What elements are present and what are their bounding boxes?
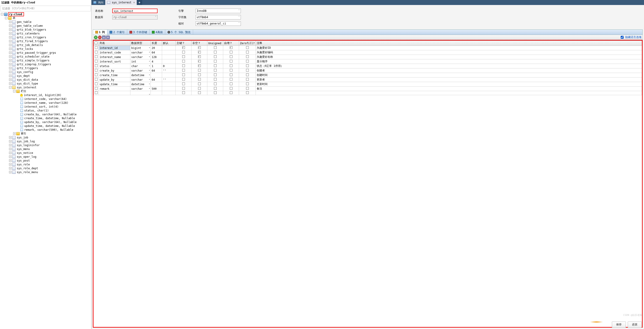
checkbox[interactable] <box>182 83 185 85</box>
checkbox[interactable] <box>198 46 201 49</box>
checkbox[interactable] <box>182 60 185 63</box>
col-header[interactable]: 自增？ <box>223 41 239 46</box>
tree-table[interactable]: +gen_table <box>0 20 91 24</box>
tree-table[interactable]: +qrtz_scheduler_state <box>0 55 91 59</box>
expander-icon[interactable]: + <box>9 136 12 139</box>
checkbox[interactable] <box>95 73 98 76</box>
checkbox[interactable] <box>198 51 201 54</box>
cell-type[interactable]: datetime <box>130 82 151 87</box>
checkbox[interactable] <box>95 69 98 72</box>
subtab-sql[interactable]: 5 个 SQL 预览 <box>165 30 193 35</box>
checkbox[interactable] <box>214 69 217 72</box>
input-table-name[interactable]: sys_interest <box>112 9 158 13</box>
checkbox[interactable] <box>182 51 185 54</box>
checkbox[interactable] <box>246 46 249 49</box>
cell-default[interactable] <box>162 73 176 78</box>
expander-icon[interactable]: + <box>9 167 12 169</box>
cell-length[interactable]: 64 <box>151 78 162 82</box>
expander-icon[interactable]: + <box>9 82 12 85</box>
cell-name[interactable]: interest_name <box>99 55 130 59</box>
tree-db[interactable]: −ry-cloud <box>0 12 91 16</box>
tree-column[interactable]: interest_name, varchar(128) <box>0 101 91 105</box>
checkbox[interactable] <box>230 83 232 85</box>
table-row[interactable]: create_timedatetime创建时间 <box>94 73 642 78</box>
cell-name[interactable]: interest_code <box>99 50 130 55</box>
close-icon[interactable]: × <box>133 1 135 4</box>
subtab-foreignkeys[interactable]: 3 个外部键 <box>127 30 150 35</box>
checkbox[interactable] <box>95 51 98 54</box>
checkbox[interactable] <box>182 69 185 72</box>
checkbox[interactable] <box>214 64 217 67</box>
tree-table[interactable]: +sys_notice <box>0 151 91 155</box>
cell-length[interactable] <box>151 73 162 78</box>
hide-lang-checkbox[interactable] <box>621 36 624 39</box>
tree-table[interactable]: +qrtz_job_details <box>0 43 91 47</box>
checkbox[interactable] <box>95 83 98 85</box>
tab-query[interactable]: 询问 <box>92 0 105 5</box>
tree-table[interactable]: +sys_job_log <box>0 139 91 143</box>
col-header[interactable]: 数据类型 <box>130 41 151 46</box>
tab-table[interactable]: sys_interest × <box>105 0 137 5</box>
cell-default[interactable] <box>162 50 176 55</box>
cell-length[interactable]: 1 <box>151 64 162 69</box>
checkbox[interactable] <box>246 78 249 81</box>
tab-new[interactable]: + <box>137 0 142 5</box>
col-header[interactable]: 注释 <box>256 41 642 46</box>
tree-column[interactable]: update_by, varchar(64), Nullable <box>0 120 91 124</box>
checkbox[interactable] <box>198 64 201 67</box>
expander-icon[interactable]: − <box>5 17 8 19</box>
cell-comment[interactable]: 状态（0正常 1停用） <box>256 64 642 69</box>
checkbox[interactable] <box>95 91 98 94</box>
cell-default[interactable] <box>162 46 176 50</box>
tree-table[interactable]: +qrtz_cron_triggers <box>0 35 91 39</box>
cell-name[interactable]: interest_id <box>99 46 130 50</box>
table-row[interactable]: interest_codevarchar64兴趣爱好编码 <box>94 50 642 55</box>
cell-length[interactable]: 128 <box>151 55 162 59</box>
tree-table[interactable]: +sys_job <box>0 136 91 139</box>
checkbox[interactable] <box>230 51 232 54</box>
cell-length[interactable]: 64 <box>151 50 162 55</box>
cell-name[interactable]: create_by <box>99 69 130 73</box>
tree-table[interactable]: +sys_role_dept <box>0 166 91 170</box>
cell-default[interactable]: '' <box>162 69 176 73</box>
cell-comment[interactable]: 显示顺序 <box>256 59 642 64</box>
tree-table[interactable]: +qrtz_locks <box>0 47 91 51</box>
tree-column[interactable]: status, char(1) <box>0 109 91 112</box>
table-row[interactable]: interest_namevarchar128兴趣爱好名称 <box>94 55 642 59</box>
expander-icon[interactable]: + <box>9 36 12 39</box>
cell-type[interactable]: varchar <box>130 78 151 82</box>
checkbox[interactable] <box>198 91 201 94</box>
tree-columns-folder[interactable]: −栏位 <box>0 89 91 93</box>
tree-table[interactable]: +sys_post <box>0 159 91 162</box>
expander-icon[interactable]: + <box>9 155 12 158</box>
table-row[interactable]: create_byvarchar64''创建者 <box>94 69 642 73</box>
checkbox[interactable] <box>182 87 185 90</box>
revert-button[interactable]: 还原 <box>628 321 642 328</box>
tree-column[interactable]: create_by, varchar(64), Nullable <box>0 112 91 116</box>
expander-icon[interactable]: + <box>9 44 12 46</box>
tree-table[interactable]: +qrtz_paused_trigger_grps <box>0 51 91 55</box>
expander-icon[interactable]: + <box>9 32 12 35</box>
tree-table[interactable]: +sys_dict_data <box>0 78 91 82</box>
tree-column[interactable]: update_time, datetime, Nullable <box>0 124 91 128</box>
checkbox[interactable] <box>198 83 201 85</box>
expander-icon[interactable]: + <box>9 67 12 69</box>
expander-icon[interactable]: + <box>9 59 12 62</box>
checkbox[interactable] <box>246 60 249 63</box>
col-header[interactable]: 非空？ <box>192 41 207 46</box>
tree-tables-folder[interactable]: −表 <box>0 16 91 20</box>
checkbox[interactable] <box>182 64 185 67</box>
checkbox[interactable] <box>246 64 249 67</box>
tree-table[interactable]: +gen_table_column <box>0 24 91 28</box>
table-row[interactable]: interest_sortint4显示顺序 <box>94 59 642 64</box>
move-down-button[interactable]: ▼ <box>106 36 110 39</box>
tree-table[interactable]: +sys_dept <box>0 74 91 78</box>
checkbox[interactable] <box>246 73 249 76</box>
checkbox[interactable] <box>214 51 217 54</box>
expander-icon[interactable]: − <box>13 90 16 93</box>
checkbox[interactable] <box>230 55 232 58</box>
tree-table[interactable]: +sys_oper_log <box>0 155 91 159</box>
checkbox[interactable] <box>182 91 185 94</box>
checkbox[interactable] <box>230 87 232 90</box>
col-header[interactable]: Zerofill? <box>239 41 256 46</box>
